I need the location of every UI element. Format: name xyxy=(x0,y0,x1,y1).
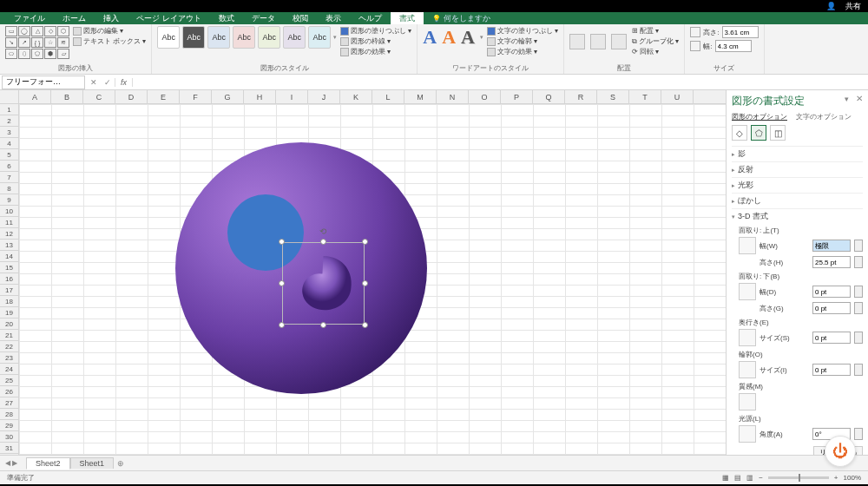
bevel-top-preset[interactable] xyxy=(739,237,756,254)
row-header[interactable]: 28 xyxy=(0,409,18,420)
spinner[interactable] xyxy=(854,332,863,344)
section-reflection[interactable]: 反射 xyxy=(732,161,863,177)
row-header[interactable]: 9 xyxy=(0,194,18,206)
view-normal-icon[interactable]: ▦ xyxy=(722,474,729,482)
align-button[interactable]: ⊞ 配置 ▾ xyxy=(632,26,679,36)
effects-tab-icon[interactable]: ⬠ xyxy=(751,125,766,141)
row-header[interactable]: 6 xyxy=(0,161,18,172)
tab-view[interactable]: 表示 xyxy=(317,12,350,24)
close-pane-icon[interactable]: ✕ xyxy=(856,94,863,103)
col-header[interactable]: Q xyxy=(533,90,565,103)
resize-handle[interactable] xyxy=(279,322,285,328)
row-header[interactable]: 32 xyxy=(0,454,18,455)
col-header[interactable]: S xyxy=(597,90,629,103)
shape-fill-button[interactable]: 図形の塗りつぶし ▾ xyxy=(340,26,411,36)
row-header[interactable]: 10 xyxy=(0,206,18,217)
tab-page-layout[interactable]: ページ レイアウト xyxy=(128,12,210,24)
send-backward-icon[interactable] xyxy=(590,34,606,49)
view-break-icon[interactable]: ▥ xyxy=(746,474,753,482)
sheet-tab-sheet2[interactable]: Sheet2 xyxy=(26,457,70,470)
height-input[interactable] xyxy=(722,26,759,38)
new-sheet-button[interactable]: ⊕ xyxy=(114,459,128,468)
row-header[interactable]: 4 xyxy=(0,138,18,149)
text-outline-button[interactable]: 文字の輪郭 ▾ xyxy=(487,36,558,46)
text-box-button[interactable]: テキスト ボックス ▾ xyxy=(73,36,146,46)
section-3d-format[interactable]: 3-D 書式 xyxy=(732,208,863,224)
resize-handle[interactable] xyxy=(362,280,368,286)
row-header[interactable]: 24 xyxy=(0,364,18,375)
row-header[interactable]: 31 xyxy=(0,443,18,454)
tab-home[interactable]: ホーム xyxy=(54,12,95,24)
col-header[interactable]: R xyxy=(565,90,597,103)
row-header[interactable]: 11 xyxy=(0,217,18,228)
row-headers[interactable]: 1234567891011121314151617181920212223242… xyxy=(0,104,19,455)
row-header[interactable]: 22 xyxy=(0,341,18,352)
spinner[interactable] xyxy=(854,286,863,298)
tab-help[interactable]: ヘルプ xyxy=(350,12,391,24)
row-header[interactable]: 20 xyxy=(0,319,18,330)
col-header[interactable]: T xyxy=(629,90,661,103)
contour-color[interactable] xyxy=(739,361,756,378)
row-header[interactable]: 30 xyxy=(0,431,18,443)
shape-style-gallery[interactable]: Abc Abc Abc Abc Abc Abc Abc ▾ xyxy=(157,26,337,49)
col-header[interactable]: E xyxy=(148,90,180,103)
tab-data[interactable]: データ xyxy=(243,12,284,24)
col-header[interactable]: G xyxy=(212,90,244,103)
col-header[interactable]: B xyxy=(51,90,83,103)
spinner[interactable] xyxy=(854,256,863,268)
row-header[interactable]: 12 xyxy=(0,228,18,240)
row-header[interactable]: 14 xyxy=(0,251,18,262)
enter-formula-icon[interactable]: ✓ xyxy=(101,78,115,87)
selection-pane-icon[interactable] xyxy=(611,34,627,49)
row-header[interactable]: 23 xyxy=(0,352,18,364)
worksheet-area[interactable]: ABCDEFGHIJKLMNOPQRSTU 123456789101112131… xyxy=(0,90,726,455)
col-header[interactable]: C xyxy=(83,90,115,103)
row-header[interactable]: 18 xyxy=(0,296,18,307)
cancel-formula-icon[interactable]: ✕ xyxy=(87,78,101,87)
col-header[interactable]: M xyxy=(404,90,437,103)
zoom-slider[interactable] xyxy=(768,476,829,479)
section-soft-edges[interactable]: ぼかし xyxy=(732,193,863,208)
row-header[interactable]: 21 xyxy=(0,330,18,341)
col-header[interactable]: I xyxy=(276,90,308,103)
shapes-gallery[interactable]: ▭◯△◇⬡ ↘↗{ }☆≋ ⬭⬯⬠⬢▱ xyxy=(5,26,69,59)
resize-handle[interactable] xyxy=(362,239,368,245)
wordart-gallery[interactable]: AAA ▾ xyxy=(423,26,483,49)
col-header[interactable]: O xyxy=(469,90,501,103)
sheet-tab-sheet1[interactable]: Sheet1 xyxy=(70,457,115,469)
selected-swirl-shape[interactable]: ⟲ xyxy=(282,242,365,325)
row-header[interactable]: 19 xyxy=(0,307,18,319)
resize-handle[interactable] xyxy=(320,239,326,245)
row-header[interactable]: 7 xyxy=(0,172,18,183)
text-effects-button[interactable]: 文字の効果 ▾ xyxy=(487,47,558,56)
col-header[interactable]: L xyxy=(372,90,404,103)
rotate-button[interactable]: ⟳ 回転 ▾ xyxy=(632,47,679,56)
col-header[interactable]: P xyxy=(501,90,533,103)
fill-line-tab-icon[interactable]: ◇ xyxy=(732,125,747,141)
col-header[interactable]: J xyxy=(308,90,340,103)
size-props-tab-icon[interactable]: ◫ xyxy=(770,125,786,141)
lighting-preset[interactable] xyxy=(739,425,756,443)
row-header[interactable]: 15 xyxy=(0,262,18,273)
bevel-bottom-preset[interactable] xyxy=(739,283,756,300)
row-header[interactable]: 8 xyxy=(0,183,18,194)
bring-forward-icon[interactable] xyxy=(569,34,585,49)
zoom-out-icon[interactable]: − xyxy=(759,474,763,482)
spinner[interactable] xyxy=(854,364,863,376)
shape-effects-button[interactable]: 図形の効果 ▾ xyxy=(340,47,411,56)
resize-handle[interactable] xyxy=(279,239,285,245)
tell-me-search[interactable]: 何をしますか xyxy=(432,13,490,24)
row-header[interactable]: 16 xyxy=(0,273,18,285)
resize-handle[interactable] xyxy=(362,322,368,328)
view-page-icon[interactable]: ▤ xyxy=(734,474,741,482)
col-header[interactable]: N xyxy=(437,90,469,103)
section-glow[interactable]: 光彩 xyxy=(732,177,863,193)
tab-insert[interactable]: 挿入 xyxy=(95,12,128,24)
bevel-bottom-width-input[interactable] xyxy=(812,286,851,298)
name-box[interactable]: フリーフォー… xyxy=(2,76,85,89)
share-button[interactable]: 👤 共有 xyxy=(826,1,861,12)
row-header[interactable]: 25 xyxy=(0,375,18,386)
tab-file[interactable]: ファイル xyxy=(5,12,54,24)
rotate-handle[interactable]: ⟲ xyxy=(319,227,326,236)
row-header[interactable]: 26 xyxy=(0,386,18,397)
